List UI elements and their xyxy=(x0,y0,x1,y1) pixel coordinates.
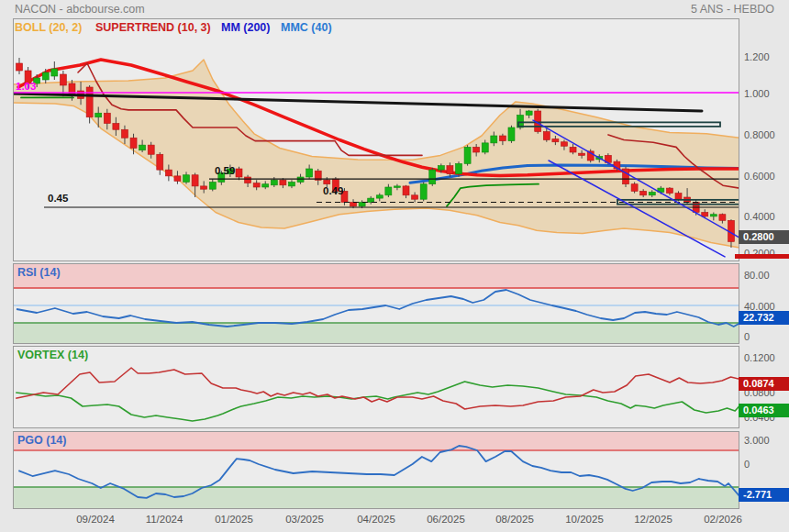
date-axis-label: 06/2025 xyxy=(417,514,475,525)
date-axis-label: 04/2025 xyxy=(347,514,406,525)
axis-lowrange-marker xyxy=(735,254,789,259)
axis-tick-label: 0 xyxy=(744,331,750,342)
pgo-panel-title: PGO (14) xyxy=(17,434,67,447)
axis-tick-label: 1.000 xyxy=(744,88,770,99)
chart-page: NACON - abcbourse.com 5 ANS - HEBDO BOLL… xyxy=(0,0,789,532)
date-axis-label: 08/2025 xyxy=(485,514,544,525)
axis-tick-label: 1.200 xyxy=(744,51,770,62)
vortex-minus-badge: 0.0874 xyxy=(739,377,789,391)
svg-text:0.45: 0.45 xyxy=(48,193,69,204)
current-price-badge: 0.2800 xyxy=(739,230,789,244)
svg-text:0.49: 0.49 xyxy=(323,185,343,196)
timeframe-label: 5 ANS - HEBDO xyxy=(691,3,774,16)
date-axis-label: 09/2024 xyxy=(66,514,125,525)
legend-item-1: SUPERTREND (10, 3) xyxy=(95,21,211,34)
date-axis-label: 10/2025 xyxy=(555,514,614,525)
pgo-panel-canvas xyxy=(13,431,739,509)
axis-tick-label: 80.00 xyxy=(744,270,770,281)
axis-tick-label: 0 xyxy=(744,459,750,470)
date-axis-label: 02/2026 xyxy=(694,514,752,525)
vortex-panel-title: VORTEX (14) xyxy=(17,349,88,361)
pgo-value-badge: -2.771 xyxy=(739,488,789,502)
main-chart-canvas: 0.590.450.491.03 xyxy=(13,18,739,261)
axis-tick-label: 3.000 xyxy=(744,435,770,446)
date-axis-label: 12/2025 xyxy=(624,514,683,525)
svg-text:0.59: 0.59 xyxy=(215,165,235,176)
instrument-title: NACON - abcbourse.com xyxy=(15,3,145,16)
date-axis-label: 01/2025 xyxy=(205,514,263,525)
vortex-plus-badge: 0.0463 xyxy=(739,404,789,417)
axis-tick-label: 0.1200 xyxy=(744,352,775,363)
svg-text:1.03: 1.03 xyxy=(16,81,36,92)
rsi-panel-title: RSI (14) xyxy=(17,266,61,279)
legend-item-2: MM (200) xyxy=(221,21,270,34)
axis-tick-label: 0.8000 xyxy=(744,129,775,140)
rsi-value-badge: 22.732 xyxy=(739,311,789,325)
legend-item-0: BOLL (20, 2) xyxy=(15,21,82,34)
date-axis-label: 03/2025 xyxy=(275,514,334,525)
rsi-panel-canvas xyxy=(13,263,739,344)
axis-tick-label: 0.6000 xyxy=(744,171,775,182)
date-axis-label: 11/2024 xyxy=(135,514,194,525)
axis-tick-label: 0.4000 xyxy=(744,211,775,222)
legend-item-3: MMC (40) xyxy=(281,21,332,34)
vortex-panel-canvas xyxy=(13,346,739,428)
